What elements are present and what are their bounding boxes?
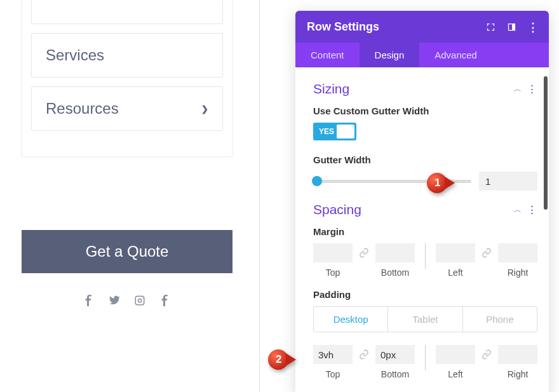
- toggle-knob: [337, 125, 354, 139]
- device-tab-tablet[interactable]: Tablet: [387, 307, 462, 332]
- section-title: Spacing: [313, 202, 361, 217]
- side-label-top: Top: [326, 267, 340, 278]
- sidebar-item-blank[interactable]: [31, 0, 223, 24]
- side-label-bottom: Bottom: [381, 267, 409, 278]
- responsive-device-tabs: Desktop Tablet Phone: [313, 306, 537, 332]
- facebook-icon[interactable]: [83, 295, 95, 306]
- collapse-icon[interactable]: ︿: [514, 84, 522, 95]
- side-label-top: Top: [326, 369, 340, 379]
- padding-label: Padding: [313, 289, 537, 300]
- kebab-menu-icon[interactable]: ⋮: [528, 22, 537, 32]
- sidebar-item-services[interactable]: Services: [31, 33, 223, 78]
- side-label-left: Left: [448, 369, 462, 379]
- row-settings-panel: Row Settings ⋮ Content Design Advanced S…: [295, 11, 549, 392]
- device-tab-desktop[interactable]: Desktop: [314, 307, 387, 332]
- tab-design[interactable]: Design: [360, 43, 420, 67]
- spacing-divider: [425, 345, 426, 370]
- quote-button-label: Get a Quote: [86, 243, 169, 260]
- panel-header: Row Settings ⋮: [295, 11, 549, 43]
- side-label-right: Right: [508, 267, 529, 278]
- side-label-bottom: Bottom: [381, 369, 409, 379]
- padding-inputs: Top Bottom Left Right: [313, 345, 537, 379]
- margin-bottom-input[interactable]: [375, 243, 415, 262]
- facebook-icon[interactable]: [159, 295, 171, 306]
- instagram-icon[interactable]: [134, 295, 145, 306]
- annotation-marker-1: 1: [427, 173, 455, 193]
- padding-bottom-input[interactable]: [375, 345, 415, 364]
- padding-top-input[interactable]: [313, 345, 353, 364]
- side-label-left: Left: [448, 267, 462, 278]
- gutter-width-label: Gutter Width: [313, 154, 537, 165]
- margin-label: Margin: [313, 226, 537, 237]
- link-values-icon[interactable]: [482, 345, 492, 364]
- collapse-icon[interactable]: ︿: [514, 205, 522, 215]
- side-label-right: Right: [508, 369, 529, 379]
- custom-gutter-toggle[interactable]: YES: [313, 123, 356, 140]
- gutter-width-input[interactable]: [479, 172, 537, 191]
- expand-icon[interactable]: [486, 22, 495, 32]
- device-tab-phone[interactable]: Phone: [462, 307, 537, 332]
- snap-panel-icon[interactable]: [507, 22, 516, 32]
- sidebar-card: Services Resources ❯: [22, 0, 232, 157]
- tab-advanced[interactable]: Advanced: [419, 43, 492, 67]
- panel-body: Sizing ︿ ⋮ Use Custom Gutter Width YES G…: [295, 67, 549, 392]
- twitter-icon[interactable]: [109, 295, 120, 306]
- custom-gutter-label: Use Custom Gutter Width: [313, 105, 537, 116]
- chevron-right-icon: ❯: [201, 104, 208, 114]
- column-divider: [259, 0, 260, 392]
- annotation-number: 2: [276, 353, 281, 366]
- link-values-icon[interactable]: [359, 243, 369, 262]
- panel-scrollbar[interactable]: [544, 76, 548, 210]
- section-menu-icon[interactable]: ⋮: [527, 205, 537, 215]
- margin-top-input[interactable]: [313, 243, 353, 262]
- social-icons-row: [22, 295, 232, 306]
- link-values-icon[interactable]: [482, 243, 492, 262]
- section-spacing-header[interactable]: Spacing ︿ ⋮: [313, 202, 537, 217]
- section-menu-icon[interactable]: ⋮: [527, 84, 537, 95]
- annotation-number: 1: [434, 177, 440, 189]
- get-quote-button[interactable]: Get a Quote: [22, 230, 232, 273]
- sidebar-item-resources[interactable]: Resources ❯: [31, 86, 223, 131]
- padding-left-input[interactable]: [436, 345, 475, 364]
- toggle-yes-label: YES: [319, 127, 334, 136]
- annotation-marker-2: 2: [268, 349, 296, 370]
- margin-right-input[interactable]: [498, 243, 537, 262]
- link-values-icon[interactable]: [359, 345, 369, 364]
- section-sizing-header[interactable]: Sizing ︿ ⋮: [313, 81, 537, 97]
- section-title: Sizing: [313, 81, 349, 97]
- tab-content[interactable]: Content: [295, 43, 360, 67]
- panel-tabs: Content Design Advanced: [295, 43, 549, 67]
- panel-title: Row Settings: [307, 20, 379, 34]
- padding-right-input[interactable]: [498, 345, 537, 364]
- sidebar-item-label: Services: [46, 46, 104, 64]
- sidebar-item-label: Resources: [46, 100, 119, 118]
- margin-inputs: Top Bottom Left Right: [313, 243, 537, 278]
- slider-thumb[interactable]: [312, 176, 322, 186]
- spacing-divider: [425, 243, 426, 269]
- margin-left-input[interactable]: [436, 243, 475, 262]
